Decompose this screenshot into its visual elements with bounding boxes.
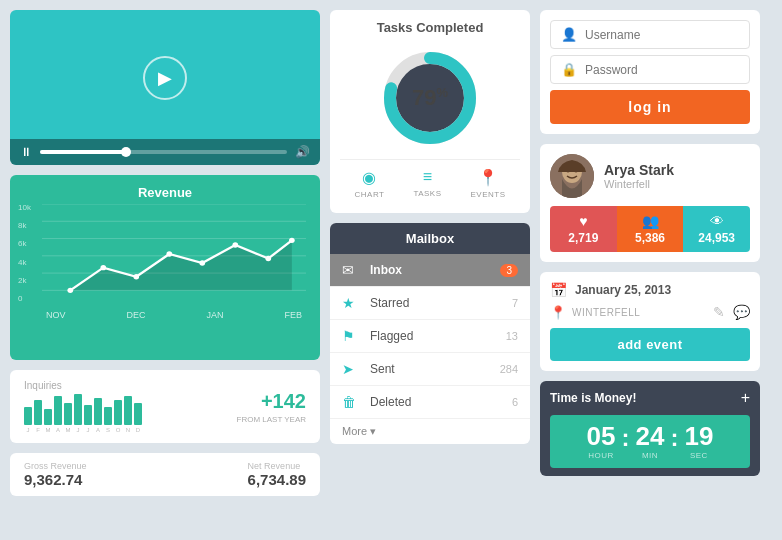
y-label-10k: 10k [18,203,31,212]
y-label-8k: 8k [18,221,31,230]
username-field[interactable]: 👤 [550,20,750,49]
stat-views[interactable]: 👁 24,953 [683,206,750,252]
svg-point-8 [100,265,106,270]
stat-followers[interactable]: 👥 5,386 [617,206,684,252]
bar-x-label: A [94,427,102,433]
event-actions: ✎ 💬 [713,304,750,320]
bar-item [44,409,52,425]
password-input[interactable] [585,63,739,77]
sent-label: Sent [370,362,500,376]
countdown-header: Time is Money! + [550,389,750,407]
deleted-count: 6 [512,396,518,408]
mail-deleted[interactable]: 🗑 Deleted 6 [330,386,530,419]
progress-dot [121,147,131,157]
play-button[interactable]: ▶ [143,56,187,100]
bar-x-label: S [104,427,112,433]
mail-sent[interactable]: ➤ Sent 284 [330,353,530,386]
bar-chart-labels: JFMAMJJASOND [24,427,142,433]
donut-label: 79% [412,85,448,111]
svg-point-12 [232,242,238,247]
min-value: 24 [636,423,665,449]
delta-value: +142 [237,390,307,413]
events-label: EVENTS [470,190,505,199]
chat-icon[interactable]: 💬 [733,304,750,320]
left-column: ▶ ⏸ 🔊 Revenue 0 2k 4k 6k 8k 10k [10,10,320,496]
followers-icon: 👥 [642,213,659,229]
bar-item [114,400,122,425]
inbox-label: Inbox [370,263,500,277]
inquiries-card: Inquiries JFMAMJJASOND +142 FROM LAST YE… [10,370,320,443]
lock-icon: 🔒 [561,62,577,77]
y-label-4k: 4k [18,258,31,267]
svg-point-7 [67,288,73,293]
svg-point-11 [199,260,205,265]
task-chart-icon[interactable]: ◉ CHART [354,168,384,199]
flagged-icon: ⚑ [342,328,362,344]
starred-count: 7 [512,297,518,309]
bar-x-label: M [44,427,52,433]
bar-chart [24,395,142,425]
y-label-2k: 2k [18,276,31,285]
username-input[interactable] [585,28,739,42]
net-revenue-label: Net Revenue [248,461,306,471]
y-label-0k: 0 [18,294,31,303]
countdown-add-icon[interactable]: + [741,389,750,407]
add-event-button[interactable]: add event [550,328,750,361]
delta-section: +142 FROM LAST YEAR [237,390,307,424]
chart-x-labels: NOV DEC JAN FEB [42,310,306,320]
hour-value: 05 [587,423,616,449]
bar-item [24,407,32,425]
mail-starred[interactable]: ★ Starred 7 [330,287,530,320]
bar-x-label: J [74,427,82,433]
net-revenue-item: Net Revenue 6,734.89 [248,461,306,488]
task-tasks-icon[interactable]: ≡ TASKS [413,168,441,199]
password-field[interactable]: 🔒 [550,55,750,84]
avatar-image [550,154,594,198]
countdown-timer: 05 HOUR : 24 MIN : 19 SEC [550,415,750,468]
profile-stats: ♥ 2,719 👥 5,386 👁 24,953 [550,206,750,252]
chart-label-dec: DEC [126,310,145,320]
inbox-icon: ✉ [342,262,362,278]
pause-button[interactable]: ⏸ [20,145,32,159]
profile-text: Arya Stark Winterfell [604,162,674,190]
tasks-title: Tasks Completed [340,20,520,35]
volume-icon[interactable]: 🔊 [295,145,310,159]
bar-item [84,405,92,425]
task-events-icon[interactable]: 📍 EVENTS [470,168,505,199]
bar-x-label: O [114,427,122,433]
net-revenue-value: 6,734.89 [248,471,306,488]
calendar-icon: 📅 [550,282,567,298]
inquiries-label: Inquiries [24,380,142,391]
chart-label-feb: FEB [284,310,302,320]
video-controls: ⏸ 🔊 [10,139,320,165]
bar-item [34,400,42,425]
event-card: 📅 January 25, 2013 📍 WINTERFELL ✎ 💬 add … [540,272,760,371]
deleted-icon: 🗑 [342,394,362,410]
chart-label-nov: NOV [46,310,66,320]
mail-inbox[interactable]: ✉ Inbox 3 [330,254,530,287]
revenue-numbers-card: Gross Revenue 9,362.74 Net Revenue 6,734… [10,453,320,496]
events-icon: 📍 [478,168,498,187]
mail-more[interactable]: More ▾ [330,419,530,444]
revenue-title: Revenue [24,185,306,200]
y-label-6k: 6k [18,239,31,248]
bar-item [124,396,132,425]
flagged-count: 13 [506,330,518,342]
progress-fill [40,150,126,154]
event-location-row: 📍 WINTERFELL ✎ 💬 [550,304,750,320]
min-label: MIN [642,451,658,460]
avatar [550,154,594,198]
colon-1: : [622,424,630,452]
stat-hearts[interactable]: ♥ 2,719 [550,206,617,252]
svg-point-13 [265,256,271,261]
sec-value: 19 [684,423,713,449]
mail-flagged[interactable]: ⚑ Flagged 13 [330,320,530,353]
bar-x-label: A [54,427,62,433]
login-button[interactable]: log in [550,90,750,124]
progress-bar[interactable] [40,150,287,154]
edit-icon[interactable]: ✎ [713,304,725,320]
countdown-card: Time is Money! + 05 HOUR : 24 MIN : 19 S… [540,381,760,476]
revenue-card: Revenue 0 2k 4k 6k 8k 10k [10,175,320,360]
hour-block: 05 HOUR [587,423,616,460]
profile-subtitle: Winterfell [604,178,674,190]
